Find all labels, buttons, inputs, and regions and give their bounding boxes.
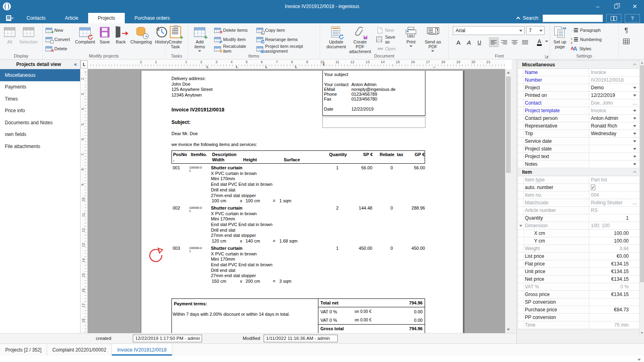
styles-button[interactable]: A Styles <box>570 44 603 53</box>
property-value[interactable]: IV201912/0018 <box>589 77 630 83</box>
sidebar-item-miscellaneous[interactable]: Miscellaneous <box>0 69 80 81</box>
advanced-search-button[interactable] <box>606 14 621 23</box>
document-save-as-button[interactable]: Save as <box>375 35 400 44</box>
dropdown-icon[interactable] <box>630 85 639 90</box>
property-row-time[interactable]: Time75 min <box>518 321 639 329</box>
property-row-matchcode[interactable]: MatchcodeRolling Shutter… <box>518 199 639 207</box>
property-value[interactable]: Rolling Shutter <box>589 200 630 206</box>
selection-button[interactable]: Selection <box>18 25 39 45</box>
collapse-ribbon-icon[interactable] <box>516 17 520 21</box>
add-items-button[interactable]: + Add items <box>190 25 210 54</box>
close-button[interactable]: ✕ <box>625 0 644 13</box>
modify-item-button[interactable]: Modify item <box>213 35 251 44</box>
property-row-auto-number[interactable]: auto. number✓ <box>518 184 639 191</box>
property-row-contact[interactable]: ContactDoe, John… <box>518 99 639 107</box>
property-value[interactable]: €134.15 <box>589 276 630 282</box>
property-value[interactable]: 3.84 <box>589 246 630 251</box>
all-button[interactable]: All <box>2 25 18 45</box>
font-dialog-launcher-icon[interactable] <box>545 55 549 58</box>
property-row-notes[interactable]: Notes <box>518 160 639 168</box>
property-row-project[interactable]: ProjectDemo <box>518 84 639 92</box>
receipt-assignment-button[interactable]: Project item receipt assignment <box>255 44 318 53</box>
sidebar-item-own-fields[interactable]: own fields <box>0 129 80 141</box>
changelog-button[interactable]: Changelog <box>129 25 153 45</box>
property-value[interactable]: €134.15 <box>589 261 630 267</box>
panel-section-header-item[interactable]: Item <box>518 168 639 176</box>
scroll-down-icon[interactable] <box>505 327 512 333</box>
property-row-name[interactable]: NameInvoice <box>518 69 639 76</box>
panel-section-header-miscellaneous[interactable]: Miscellaneous <box>518 61 639 69</box>
complaint-button[interactable]: Complaint <box>74 25 97 45</box>
right-indent-marker-icon[interactable] <box>320 62 324 66</box>
dropdown-icon[interactable] <box>630 123 639 129</box>
record-tab-projects-2-352[interactable]: Projects [2 / 352] <box>0 344 47 356</box>
recalculate-item-button[interactable]: Recalculate item <box>213 44 251 53</box>
property-row-y-cm[interactable]: Y cm100.00 <box>518 237 639 245</box>
property-row-dimension[interactable]: Dimension100; 100 <box>518 222 639 230</box>
dropdown-icon[interactable] <box>630 108 639 113</box>
ruler-corner-tab-selector[interactable]: L <box>80 60 88 68</box>
app-menu-button[interactable] <box>0 13 17 23</box>
property-row-pp-conversion[interactable]: PP conversion <box>518 314 639 321</box>
delete-project-button[interactable]: × Delete <box>44 44 71 53</box>
property-value[interactable]: Anton Admin <box>589 115 630 121</box>
set-up-page-button[interactable]: ↪ Set up page <box>552 25 568 50</box>
update-document-button[interactable]: Update document <box>325 25 347 50</box>
property-row-project-template[interactable]: Project templateInvoice <box>518 107 639 115</box>
panel-scrollbar-thumb[interactable] <box>640 65 644 282</box>
property-row-rebate[interactable]: Rebate€14.91 <box>518 329 639 330</box>
section-collapse-chevron-icon[interactable] <box>633 63 636 66</box>
property-value[interactable]: Wednesday <box>589 131 630 136</box>
property-row-weight[interactable]: Weight3.84 <box>518 245 639 253</box>
property-value[interactable]: 004 <box>589 192 630 198</box>
property-value[interactable]: €84.73 <box>589 307 630 313</box>
property-row-representative[interactable]: RepresentativeRonald Rich <box>518 122 639 130</box>
table-grid-icon[interactable] <box>623 39 630 44</box>
property-row-flat-price[interactable]: Flat price€134.15 <box>518 260 639 268</box>
print-button[interactable]: Print <box>403 25 419 49</box>
italic-button[interactable]: A <box>464 37 474 47</box>
sidebar-item-payments[interactable]: Payments <box>0 81 80 93</box>
property-value[interactable]: 1 <box>589 215 630 221</box>
panel-scroll-down-icon[interactable] <box>640 330 644 336</box>
property-value[interactable]: 12/22/2019 <box>589 93 630 98</box>
rearrange-items-button[interactable]: Rearrange items <box>255 35 318 44</box>
dimension-expand-icon[interactable] <box>518 222 524 229</box>
property-value[interactable]: Doe, John <box>589 100 630 106</box>
document-scrollbar-thumb[interactable] <box>506 76 511 173</box>
property-row-number[interactable]: NumberIV201912/0018 <box>518 76 639 84</box>
tab-stop-icon-4[interactable]: L <box>295 65 297 69</box>
property-value[interactable]: €134.15 <box>589 292 630 297</box>
align-justify-button[interactable] <box>520 37 530 47</box>
property-row-unit-price[interactable]: Unit price€134.15 <box>518 268 639 276</box>
sidebar-item-file-attachments[interactable]: File attachments <box>0 140 80 152</box>
property-row-sp-conversion[interactable]: SP conversion <box>518 298 639 306</box>
property-row-x-cm[interactable]: X cm100.00 <box>518 230 639 237</box>
create-pdf-attachment-button[interactable]: Create PDF attachment <box>347 25 372 55</box>
dropdown-icon[interactable] <box>630 146 639 152</box>
property-value[interactable]: Ronald Rich <box>589 123 630 129</box>
property-value[interactable]: RS <box>589 208 630 213</box>
property-value[interactable]: €134.15 <box>589 269 630 274</box>
property-row-service-date[interactable]: Service date <box>518 138 639 145</box>
dropdown-icon[interactable] <box>630 93 639 98</box>
tab-stop-icon-2[interactable]: L <box>236 65 238 69</box>
formatting-marks-icon[interactable]: ¶ <box>624 27 628 35</box>
delete-items-button[interactable]: × Delete items <box>213 26 251 35</box>
menu-tab-purchase-orders[interactable]: Purchase orders <box>125 13 180 23</box>
dropdown-icon[interactable] <box>630 116 639 121</box>
property-row-net-price[interactable]: Net price€134.15 <box>518 276 639 283</box>
property-value[interactable]: 75 min <box>589 322 630 328</box>
property-value[interactable]: ✓ <box>589 185 630 190</box>
paragraph-button[interactable]: → Paragraph <box>570 26 603 35</box>
property-row-list-price[interactable]: List price€0.00 <box>518 253 639 260</box>
sidebar-item-times[interactable]: Times <box>0 93 80 105</box>
property-value[interactable]: Part list <box>589 177 630 183</box>
property-row-vat[interactable]: VAT %0 % <box>518 283 639 291</box>
property-row-article-number[interactable]: Article numberRS <box>518 207 639 214</box>
create-task-button[interactable]: + Create Task <box>167 25 184 50</box>
align-left-button[interactable] <box>489 37 499 47</box>
right-margin-marker-icon[interactable]: ← <box>432 64 437 69</box>
property-row-quantity[interactable]: Quantity1 <box>518 214 639 222</box>
dropdown-icon[interactable] <box>630 131 639 136</box>
